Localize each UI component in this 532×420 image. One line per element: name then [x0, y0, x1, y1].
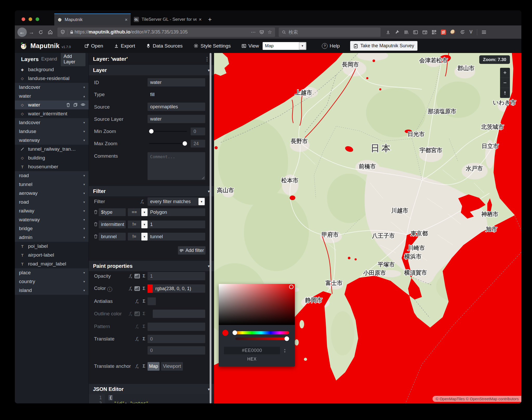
layer-group-water[interactable]: water▴ [15, 92, 89, 101]
vue-devtools-icon[interactable]: V [469, 29, 473, 35]
url-bar[interactable]: https://maputnik.github.io/editor/#7.3/3… [57, 28, 275, 37]
sigma-icon[interactable]: Σ [143, 324, 145, 329]
layer-group-tunnel[interactable]: tunnel▾ [15, 180, 89, 189]
menu-export[interactable]: Export [114, 43, 135, 49]
chevron-down-icon[interactable]: ▼ [141, 208, 148, 216]
layer-group-bridge[interactable]: bridge▾ [15, 224, 89, 233]
minimize-window-button[interactable] [29, 17, 32, 21]
fx-icon[interactable]: ƒx [129, 286, 132, 291]
filter-operator[interactable]: != [128, 221, 141, 228]
forward-button[interactable]: → [27, 28, 36, 37]
info-icon[interactable]: i [107, 287, 112, 292]
new-tab-button[interactable]: + [205, 14, 215, 25]
layer-group-country[interactable]: country▾ [15, 277, 89, 286]
source-input[interactable]: openmaptiles [148, 103, 205, 111]
sigma-icon[interactable]: Σ [143, 286, 145, 291]
menu-help[interactable]: ? Help [322, 43, 340, 49]
comments-textarea[interactable]: Comment... [148, 152, 205, 180]
layer-group-road[interactable]: road▾ [15, 198, 89, 206]
layer-item-background[interactable]: ◆background [15, 65, 89, 74]
max-zoom-slider[interactable] [149, 143, 187, 144]
search-bar[interactable]: 検索 [279, 28, 381, 37]
expand-button[interactable]: Expand [39, 55, 60, 63]
menu-style-settings[interactable]: Style Settings [194, 43, 231, 49]
filter-field-input[interactable]: $type [99, 208, 126, 216]
kebab-menu-icon[interactable]: ⋮ [204, 56, 210, 62]
delete-filter-icon[interactable] [94, 222, 98, 226]
home-button[interactable] [45, 28, 55, 37]
max-zoom-value[interactable]: 24 [191, 140, 205, 148]
duplicate-icon[interactable] [74, 103, 77, 107]
saturation-marker[interactable] [289, 285, 294, 289]
layer-group-landcover[interactable]: landcover▾ [15, 83, 89, 92]
reload-button[interactable] [36, 28, 45, 37]
color-swatch[interactable] [148, 284, 153, 293]
map-attribution[interactable]: © OpenMapTiles © OpenStreetMap contribut… [433, 396, 521, 402]
delete-filter-icon[interactable] [94, 234, 98, 238]
layer-item-housenumber[interactable]: Thousenumber [15, 162, 89, 171]
delete-icon[interactable] [66, 103, 70, 107]
resize-grip[interactable] [202, 177, 204, 179]
zoom-out-button[interactable]: − [500, 78, 510, 88]
layer-item-water_intermittent[interactable]: ◇water_intermittent [15, 109, 89, 118]
filter-value-input[interactable]: Polygon [148, 208, 205, 216]
survey-button[interactable]: Take the Maputnik Survey [350, 41, 417, 51]
filter-combinator-select[interactable]: every filter matches ▼ [148, 197, 205, 206]
translate-x-input[interactable]: 0 [148, 335, 205, 343]
json-code-editor[interactable]: 1{2 "id": "water", [89, 394, 214, 403]
sync-icon[interactable] [460, 30, 465, 35]
min-zoom-value[interactable]: 0 [191, 128, 205, 135]
compass-button[interactable]: ▲▼ [500, 88, 510, 98]
section-json-editor[interactable]: JSON Editor▾ [89, 384, 214, 394]
zoom-window-button[interactable] [36, 17, 39, 21]
layer-item-landuse-residential[interactable]: ◇landuse-residential [15, 74, 89, 83]
min-zoom-slider[interactable] [149, 131, 187, 132]
fx-icon[interactable]: ƒx [136, 324, 138, 329]
fx-icon[interactable]: ƒx [136, 336, 138, 342]
outline-color-input[interactable] [153, 310, 205, 318]
translate-y-input[interactable]: 0 [148, 346, 205, 355]
shield-icon[interactable] [61, 30, 65, 35]
wrench-icon[interactable] [395, 30, 400, 35]
section-layer[interactable]: Layer▾ [89, 65, 214, 75]
tab-maputnik[interactable]: Maputnik × [54, 14, 131, 25]
section-filter[interactable]: Filter▾ [89, 186, 214, 196]
sigma-icon[interactable]: Σ [143, 311, 145, 316]
filter-value-input[interactable]: 1 [148, 221, 205, 228]
zoom-in-button[interactable]: + [500, 68, 510, 78]
delete-filter-icon[interactable] [94, 210, 98, 214]
sigma-icon[interactable]: Σ [143, 274, 145, 279]
alpha-knob[interactable] [284, 336, 289, 341]
layer-group-landuse[interactable]: landuse▾ [15, 127, 89, 136]
add-layer-button[interactable]: Add Layer [61, 53, 85, 66]
layer-item-water[interactable]: ◇water [15, 101, 89, 109]
alpha-slider[interactable] [235, 337, 287, 340]
fx-icon[interactable]: ƒx [129, 311, 132, 316]
panel-icon[interactable] [422, 30, 427, 35]
color-picker[interactable]: #EE0000 ▲▼ HEX [219, 284, 295, 366]
add-filter-button[interactable]: Add filter [178, 246, 205, 255]
avatar[interactable] [450, 30, 456, 35]
pocket-icon[interactable] [260, 30, 264, 34]
menu-icon[interactable] [482, 30, 486, 34]
layer-item-road_major_label[interactable]: Troad_major_label [15, 259, 89, 268]
zoom-function-icon[interactable] [135, 311, 140, 316]
layer-group-aeroway[interactable]: aeroway▾ [15, 189, 89, 198]
source-layer-input[interactable]: water [148, 115, 205, 123]
filter-field-input[interactable]: brunnel [99, 233, 126, 241]
filter-operator[interactable]: != [128, 233, 141, 241]
sigma-icon[interactable]: Σ [143, 336, 145, 342]
page-actions-icon[interactable]: ⋯ [251, 29, 256, 35]
id-input[interactable]: water [148, 78, 205, 86]
zoom-function-icon[interactable] [135, 274, 140, 278]
library-icon[interactable] [404, 30, 409, 35]
layer-item-airport-label[interactable]: Tairport-label [15, 251, 89, 259]
slider-knob[interactable] [149, 129, 154, 134]
sidebar-toggle-icon[interactable] [413, 30, 418, 35]
slider-knob[interactable] [183, 141, 187, 146]
layer-group-admin[interactable]: admin▾ [15, 233, 89, 242]
opacity-input[interactable]: 1 [148, 272, 205, 280]
layer-group-landcover[interactable]: landcover▾ [15, 118, 89, 127]
qr-code-icon[interactable] [432, 30, 436, 35]
tab-close-icon[interactable]: × [199, 17, 202, 22]
